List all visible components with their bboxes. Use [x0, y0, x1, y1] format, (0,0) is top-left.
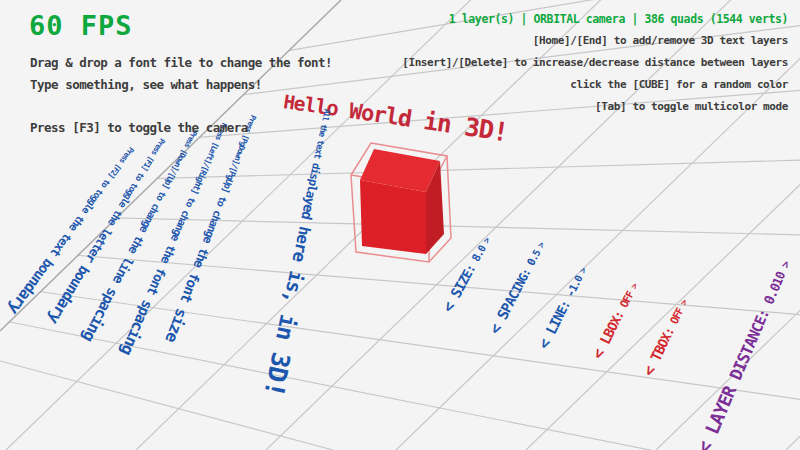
cube[interactable] [360, 149, 444, 254]
render-stats: 1 layer(s) | ORBITAL camera | 386 quads … [402, 8, 788, 30]
hint-type: Type something, see what happens! [30, 77, 262, 92]
hint-layers: [Home]/[End] to add/remove 3D text layer… [402, 30, 788, 52]
hint-cube-color: click the [CUBE] for a random color [402, 74, 788, 96]
hint-multicolor: [Tab] to toggle multicolor mode [402, 96, 788, 118]
hint-toggle-camera: Press [F3] to toggle the camera [30, 120, 248, 135]
hint-layer-distance: [Insert]/[Delete] to increase/decrease d… [402, 52, 788, 74]
fps-counter: 60 FPS [29, 10, 133, 41]
font-demo-canvas: Hello World in 3D!All the text displayed… [0, 0, 800, 450]
hint-drag-drop: Drag & drop a font file to change the fo… [30, 55, 332, 70]
hud-right-panel: 1 layer(s) | ORBITAL camera | 386 quads … [402, 8, 788, 118]
